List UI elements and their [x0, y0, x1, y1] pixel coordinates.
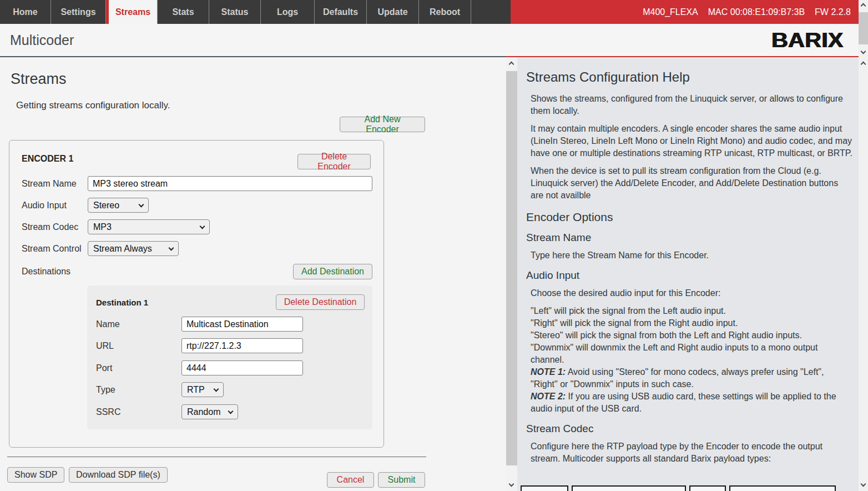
scroll-down-icon[interactable] [509, 482, 514, 487]
help-note-2: NOTE 2: If you are using USB audio card,… [531, 390, 853, 415]
help-note-1: NOTE 1: Avoid using "Stereo" for mono co… [531, 366, 853, 390]
main-content-frame: Streams Getting streams configuration lo… [0, 57, 506, 491]
destination-port-label: Port [96, 360, 112, 375]
delete-destination-button[interactable]: Delete Destination [276, 294, 365, 310]
device-info-bar: M400_FLEXA MAC 00:08:E1:09:B7:3B FW 2.2.… [511, 0, 859, 24]
status-text: Getting streams configuration locally. [16, 100, 170, 111]
scroll-up-icon[interactable] [861, 62, 866, 67]
device-mac: MAC 00:08:E1:09:B7:3B [708, 7, 805, 17]
nav-tab-reboot[interactable]: Reboot [419, 0, 471, 24]
destination-type-select[interactable]: RTP [181, 382, 224, 397]
audio-input-value: Stereo [93, 201, 139, 211]
destination-port-input[interactable] [181, 360, 303, 375]
nav-tab-home[interactable]: Home [0, 0, 51, 24]
stream-name-input[interactable] [88, 176, 372, 191]
note-prefix: NOTE 1: [531, 367, 566, 377]
stream-codec-select[interactable]: MP3 [88, 219, 210, 234]
help-audio-input-details: "Left" will pick the signal from the Lef… [531, 305, 853, 415]
destination-url-input[interactable] [181, 338, 303, 353]
audio-input-label: Audio Input [22, 198, 67, 213]
delete-encoder-button[interactable]: Delete Encoder [297, 154, 371, 169]
chevron-down-icon [214, 386, 219, 392]
table-cell [689, 485, 726, 491]
add-new-encoder-button[interactable]: Add New Encoder [340, 117, 425, 132]
help-stream-name-heading: Stream Name [526, 232, 853, 244]
note-text: Avoid using "Stereo" for mono codecs, al… [531, 367, 824, 389]
audio-input-select[interactable]: Stereo [88, 198, 149, 213]
help-line: "Left" will pick the signal from the Lef… [531, 305, 853, 317]
encoder-panel: ENCODER 1 Delete Encoder Stream Name Aud… [9, 140, 384, 448]
help-content: Streams Configuration Help Shows the str… [517, 57, 859, 491]
scrollbar-thumb[interactable] [859, 12, 868, 44]
destination-ssrc-select[interactable]: Random [181, 404, 238, 419]
cancel-button[interactable]: Cancel [327, 472, 374, 488]
scroll-down-icon[interactable] [861, 482, 866, 487]
table-cell [572, 485, 686, 491]
submit-button[interactable]: Submit [378, 472, 425, 488]
show-sdp-button[interactable]: Show SDP [7, 467, 64, 483]
chevron-down-icon [228, 408, 234, 414]
help-line: "Stereo" will pick the signal from both … [531, 329, 853, 342]
download-sdp-button[interactable]: Download SDP file(s) [69, 467, 168, 483]
top-nav: Home Settings Streams Stats Status Logs … [0, 0, 859, 24]
table-cell [521, 485, 568, 491]
stream-control-select[interactable]: Stream Always [88, 241, 179, 256]
stream-control-label: Stream Control [22, 241, 82, 256]
encoder-title: ENCODER 1 [22, 154, 73, 164]
nav-tab-logs[interactable]: Logs [261, 0, 315, 24]
help-scrollbar[interactable] [506, 57, 517, 491]
help-line: "Downmix" will downmix the Left and Righ… [531, 342, 853, 366]
help-paragraph: It may contain multiple encoders. A sing… [531, 123, 853, 159]
help-line: "Right" will pick the signal from the Ri… [531, 317, 853, 329]
scroll-up-icon[interactable] [509, 62, 514, 67]
nav-tab-stats[interactable]: Stats [158, 0, 209, 24]
help-paragraph: Shows the streams, configured from the L… [531, 93, 853, 117]
page-title: Multicoder [10, 32, 74, 48]
nav-filler [471, 0, 511, 24]
stream-name-label: Stream Name [22, 176, 77, 191]
device-name: M400_FLEXA [643, 7, 698, 17]
help-paragraph: When the device is set to pull its strea… [531, 165, 853, 202]
scroll-down-icon[interactable] [861, 49, 866, 54]
stream-control-value: Stream Always [93, 244, 169, 254]
nav-tab-update[interactable]: Update [367, 0, 419, 24]
destination-type-label: Type [96, 382, 115, 397]
page-header: Multicoder BARIX [0, 24, 859, 56]
section-title: Streams [11, 71, 67, 88]
window-scrollbar-bottom[interactable] [859, 57, 868, 491]
stream-codec-label: Stream Codec [22, 219, 78, 234]
help-paragraph: Type here the Stream Name for this Encod… [531, 249, 853, 262]
chevron-down-icon [200, 223, 205, 229]
stream-codec-value: MP3 [93, 222, 200, 232]
window-scrollbar-top[interactable] [859, 0, 868, 57]
add-destination-button[interactable]: Add Destination [293, 264, 372, 279]
help-audio-input-heading: Audio Input [526, 269, 853, 282]
help-paragraph: Configure here the RTP payload type by t… [531, 440, 853, 465]
destination-name-input[interactable] [181, 317, 303, 332]
help-title: Streams Configuration Help [526, 69, 853, 85]
barix-logo: BARIX [771, 28, 843, 51]
device-firmware: FW 2.2.8 [815, 7, 851, 17]
destination-ssrc-value: Random [187, 407, 229, 417]
destination-url-label: URL [96, 338, 114, 353]
nav-tab-defaults[interactable]: Defaults [315, 0, 367, 24]
destinations-label: Destinations [22, 264, 70, 279]
note-prefix: NOTE 2: [531, 392, 566, 401]
nav-tab-streams[interactable]: Streams [109, 0, 158, 24]
destination-ssrc-label: SSRC [96, 404, 120, 419]
help-frame: Streams Configuration Help Shows the str… [506, 56, 859, 491]
destination-type-value: RTP [187, 385, 214, 395]
chevron-down-icon [169, 245, 174, 250]
destination-name-label: Name [96, 317, 120, 332]
help-encoder-options-heading: Encoder Options [526, 211, 853, 224]
footer-divider [7, 457, 426, 457]
payload-types-table [521, 485, 836, 491]
scroll-up-icon[interactable] [861, 3, 866, 9]
chevron-down-icon [139, 202, 144, 207]
table-cell [729, 485, 836, 491]
nav-tab-settings[interactable]: Settings [51, 0, 106, 24]
destination-panel: Destination 1 Delete Destination Name UR… [87, 285, 372, 429]
help-scrollbar-thumb[interactable] [506, 71, 517, 465]
note-text: If you are using USB audio card, these s… [531, 392, 836, 413]
nav-tab-status[interactable]: Status [209, 0, 261, 24]
